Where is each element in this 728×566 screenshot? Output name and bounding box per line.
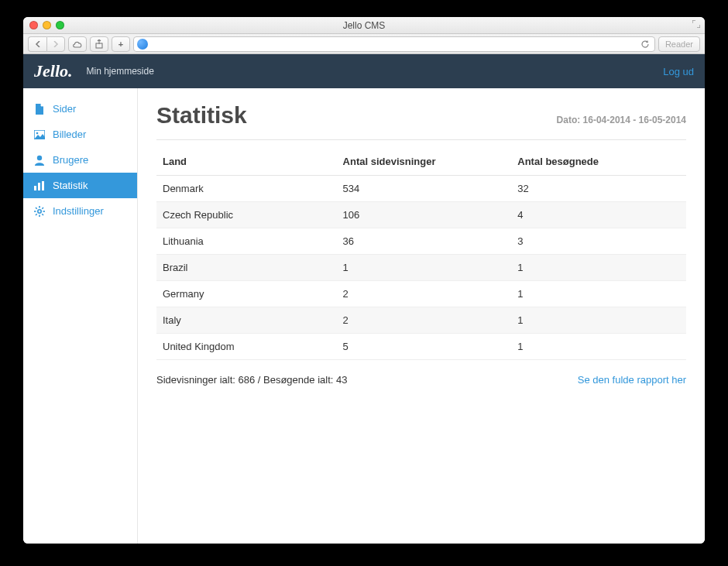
sidebar: SiderBillederBrugereStatistikIndstilling…	[23, 88, 138, 544]
main-header: Statitisk Dato: 16-04-2014 - 16-05-2014	[156, 102, 686, 140]
reader-button-label: Reader	[665, 39, 693, 49]
cell-visitors: 3	[511, 228, 686, 255]
share-button[interactable]	[90, 36, 108, 52]
cell-page_views: 1	[337, 255, 512, 281]
close-window-button[interactable]	[29, 21, 38, 29]
page-title: Statitisk	[156, 102, 247, 129]
cell-page_views: 36	[337, 228, 512, 255]
reload-icon[interactable]	[640, 39, 651, 49]
browser-toolbar: + Reader	[23, 34, 705, 54]
table-row: Germany21	[156, 281, 686, 307]
cell-country: Lithuania	[156, 228, 337, 255]
table-row: United Kingdom51	[156, 334, 686, 360]
page-icon	[34, 104, 45, 115]
zoom-window-button[interactable]	[56, 21, 64, 29]
sidebar-item-billeder[interactable]: Billeder	[23, 122, 137, 147]
table-row: Denmark53432	[156, 176, 686, 202]
traffic-lights	[23, 21, 64, 29]
svg-rect-4	[34, 186, 36, 190]
cell-visitors: 1	[511, 307, 686, 334]
bars-icon	[34, 180, 45, 191]
user-icon	[34, 155, 45, 166]
logo[interactable]: Jello.	[34, 61, 73, 81]
totals-text: Sidevisninger ialt: 686 / Besøgende ialt…	[156, 374, 347, 386]
sidebar-item-label: Statistik	[53, 180, 88, 191]
cell-visitors: 32	[511, 176, 686, 202]
main-footer: Sidevisninger ialt: 686 / Besøgende ialt…	[156, 374, 686, 386]
gear-icon	[34, 206, 45, 217]
add-button[interactable]: +	[112, 36, 130, 52]
image-icon	[34, 129, 45, 140]
cell-country: Brazil	[156, 255, 337, 281]
app-header: Jello. Min hjemmeside Log ud	[23, 54, 705, 88]
cell-page_views: 5	[337, 334, 512, 360]
url-input[interactable]	[151, 39, 637, 50]
col-page-views: Antal sidevisninger	[337, 148, 512, 176]
table-row: Italy21	[156, 307, 686, 334]
cell-country: United Kingdom	[156, 334, 337, 360]
window-title: Jello CMS	[23, 20, 705, 31]
address-bar[interactable]	[133, 36, 655, 52]
cell-page_views: 2	[337, 307, 512, 334]
full-report-link[interactable]: Se den fulde rapport her	[578, 374, 686, 386]
svg-line-14	[36, 214, 37, 215]
site-name: Min hjemmeside	[87, 66, 154, 77]
cell-country: Germany	[156, 281, 337, 307]
svg-point-3	[37, 155, 42, 160]
svg-line-13	[42, 214, 43, 215]
cell-country: Italy	[156, 307, 337, 334]
cell-visitors: 1	[511, 255, 686, 281]
sidebar-item-label: Sider	[53, 103, 76, 115]
cell-visitors: 4	[511, 202, 686, 228]
sidebar-item-label: Indstillinger	[53, 205, 104, 217]
browser-window: Jello CMS + Reader	[23, 17, 705, 544]
sidebar-item-label: Brugere	[53, 154, 88, 166]
svg-line-15	[42, 208, 43, 209]
svg-rect-5	[38, 183, 40, 190]
window-titlebar: Jello CMS	[23, 17, 705, 34]
cell-page_views: 534	[337, 176, 512, 202]
icloud-button[interactable]	[68, 36, 87, 52]
cell-visitors: 1	[511, 281, 686, 307]
minimize-window-button[interactable]	[43, 21, 51, 29]
col-country: Land	[156, 148, 337, 176]
cell-country: Czech Republic	[156, 202, 337, 228]
app-frame: Jello. Min hjemmeside Log ud SiderBilled…	[23, 54, 705, 544]
stats-table: Land Antal sidevisninger Antal besøgnede…	[156, 148, 686, 360]
sidebar-item-indstillinger[interactable]: Indstillinger	[23, 198, 137, 224]
svg-rect-6	[42, 181, 44, 190]
app-body: SiderBillederBrugereStatistikIndstilling…	[23, 88, 705, 544]
reader-button[interactable]: Reader	[658, 36, 700, 52]
table-row: Lithuania363	[156, 228, 686, 255]
globe-icon	[137, 39, 148, 50]
table-row: Czech Republic1064	[156, 202, 686, 228]
svg-line-12	[36, 208, 37, 209]
col-visitors: Antal besøgnede	[511, 148, 686, 176]
date-range: Dato: 16-04-2014 - 16-05-2014	[557, 115, 686, 125]
forward-button[interactable]	[46, 36, 65, 52]
back-button[interactable]	[28, 36, 46, 52]
sidebar-item-label: Billeder	[53, 129, 86, 140]
table-row: Brazil11	[156, 255, 686, 281]
cell-page_views: 2	[337, 281, 512, 307]
cell-visitors: 1	[511, 334, 686, 360]
main-content: Statitisk Dato: 16-04-2014 - 16-05-2014 …	[138, 88, 705, 544]
sidebar-item-brugere[interactable]: Brugere	[23, 147, 137, 173]
cell-page_views: 106	[337, 202, 512, 228]
sidebar-item-statistik[interactable]: Statistik	[23, 173, 137, 198]
fullscreen-icon[interactable]	[692, 20, 700, 28]
logout-link[interactable]: Log ud	[663, 66, 694, 77]
svg-point-7	[38, 209, 41, 212]
cell-country: Denmark	[156, 176, 337, 202]
nav-group	[28, 36, 65, 52]
sidebar-item-sider[interactable]: Sider	[23, 96, 137, 122]
svg-point-2	[36, 132, 39, 134]
